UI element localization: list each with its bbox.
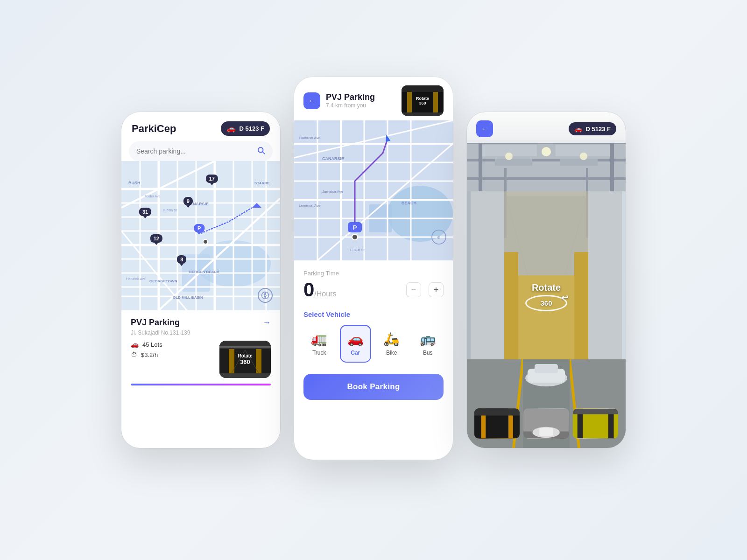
thumb3-svg — [573, 408, 618, 439]
p2-map: CANARSIE Flatbush Ave Jamaica Ave E 81h … — [294, 120, 453, 260]
p2-header: ← PVJ Parking 7.4 km from you Rotate 360 — [294, 77, 453, 120]
app-logo: ParkiCep — [132, 123, 176, 135]
p3-back-arrow-icon: ← — [481, 125, 488, 133]
svg-rect-100 — [574, 252, 588, 359]
compass — [258, 288, 273, 303]
card-arrow-icon[interactable]: → — [262, 318, 271, 328]
svg-text:BUSH: BUSH — [128, 181, 141, 185]
map-pin-parking: P — [194, 224, 204, 232]
svg-rect-94 — [467, 191, 504, 359]
p1-map: Foster Ave E 60th St Flatlands Ave BUSH … — [121, 161, 280, 310]
map-pin-31: 31 — [139, 208, 151, 216]
bike-icon: 🛵 — [383, 331, 400, 347]
time-row: 0/Hours − + — [303, 279, 444, 301]
search-bar[interactable] — [129, 141, 273, 161]
p3-header: ← 🚗 D 5123 F — [467, 112, 626, 143]
parking-time-label: Parking Time — [303, 270, 444, 277]
search-input[interactable] — [136, 147, 253, 155]
thumb1-svg — [474, 408, 520, 439]
lots-icon: 🚗 — [131, 341, 139, 348]
truck-icon: 🚛 — [311, 331, 327, 347]
time-unit: /Hours — [314, 290, 336, 298]
p2-map-svg: CANARSIE Flatbush Ave Jamaica Ave E 81h … — [294, 120, 453, 260]
car-icon: 🚗 — [347, 331, 364, 347]
plate-badge: 🚗 D 5123 F — [221, 121, 270, 136]
svg-point-74 — [352, 234, 358, 240]
back-arrow-icon: ← — [308, 97, 316, 105]
degrees-number: 360 — [540, 299, 552, 307]
svg-text:BEACH: BEACH — [402, 201, 416, 205]
p3-thumb-2[interactable] — [523, 408, 569, 439]
p3-thumbnail-strip — [467, 408, 626, 439]
map-pin-12: 12 — [150, 234, 162, 243]
map-pin-17: 17 — [206, 175, 218, 183]
rotate-label: Rotate — [238, 353, 252, 358]
p3-plate-text: D 5123 F — [586, 126, 611, 133]
parking-name: PVJ Parking — [131, 318, 180, 328]
p3-back-button[interactable]: ← — [476, 120, 493, 137]
garage-360-view[interactable]: Rotate 360 ↩ — [467, 112, 626, 448]
svg-text:Foster Ave: Foster Ave — [145, 195, 160, 198]
map-streets-svg: Foster Ave E 60th St Flatlands Ave BUSH … — [121, 161, 280, 310]
svg-point-106 — [580, 153, 587, 160]
vehicle-car[interactable]: 🚗 Car — [340, 325, 372, 363]
svg-text:STARRE: STARRE — [254, 181, 270, 185]
truck-label: Truck — [312, 350, 326, 356]
search-icon[interactable] — [257, 146, 265, 156]
svg-rect-81 — [467, 177, 626, 180]
plate-text: D 5123 F — [240, 125, 264, 132]
parking-address: Jl. Sukajadi No.131-139 — [131, 329, 271, 336]
svg-rect-84 — [495, 159, 532, 166]
vehicle-bus[interactable]: 🚌 Bus — [412, 325, 444, 363]
decrease-time-button[interactable]: − — [406, 282, 421, 297]
parking-title: PVJ Parking — [326, 92, 396, 102]
book-parking-button[interactable]: Book Parking — [303, 374, 444, 400]
svg-text:Flatbush Ave: Flatbush Ave — [299, 136, 321, 140]
vehicle-truck[interactable]: 🚛 Truck — [303, 325, 335, 363]
rotate-arrow-icon: ↩ — [561, 293, 568, 303]
back-button[interactable]: ← — [303, 92, 320, 109]
rotate-overlay: Rotate 360 — [219, 341, 271, 378]
garage-360-svg — [467, 112, 626, 448]
svg-line-1 — [262, 152, 264, 154]
lots-count: 45 Lots — [142, 341, 162, 348]
parking-thumb[interactable]: Rotate 360 — [402, 85, 444, 116]
vehicle-bike[interactable]: 🛵 Bike — [376, 325, 408, 363]
svg-text:Jamaica Ave: Jamaica Ave — [322, 189, 344, 194]
phones-container: ParkiCep 🚗 D 5123 F — [103, 82, 644, 478]
svg-rect-104 — [535, 364, 558, 373]
p1-parking-card: PVJ Parking → Jl. Sukajadi No.131-139 🚗 … — [121, 310, 280, 391]
current-location-dot — [203, 239, 208, 245]
svg-point-50 — [388, 186, 453, 242]
svg-text:GEORGETOWN: GEORGETOWN — [149, 279, 177, 283]
thumb-rotate-text: Rotate — [416, 96, 429, 101]
p2-body: Parking Time 0/Hours − + Select Vehicle … — [294, 260, 453, 407]
svg-text:E 60th St: E 60th St — [163, 209, 177, 212]
select-vehicle-label: Select Vehicle — [303, 310, 444, 318]
svg-rect-85 — [560, 159, 598, 166]
svg-rect-117 — [539, 428, 553, 436]
p1-header: ParkiCep 🚗 D 5123 F — [121, 112, 280, 141]
svg-text:Lemmon Ave: Lemmon Ave — [299, 203, 321, 208]
svg-rect-96 — [588, 191, 626, 359]
car-label: Car — [351, 350, 360, 356]
thumb-rotate-overlay: Rotate 360 — [402, 85, 444, 116]
progress-bar — [131, 384, 271, 385]
p3-thumb-3[interactable] — [573, 408, 618, 439]
svg-text:BERGEN BEACH: BERGEN BEACH — [189, 270, 219, 274]
price-icon: ⏱ — [131, 351, 137, 358]
svg-rect-97 — [622, 191, 626, 359]
degrees-circle: 360 ↩ — [525, 295, 567, 311]
vehicle-selector: 🚛 Truck 🚗 Car 🛵 Bike 🚌 Bus — [303, 325, 444, 363]
svg-text:E 81h St: E 81h St — [350, 248, 365, 252]
svg-text:⊕: ⊕ — [437, 235, 441, 240]
p3-car-icon: 🚗 — [574, 125, 582, 133]
svg-rect-113 — [474, 409, 520, 416]
bus-label: Bus — [423, 350, 433, 356]
svg-point-105 — [505, 153, 513, 160]
increase-time-button[interactable]: + — [429, 282, 444, 297]
p3-thumb-1[interactable] — [474, 408, 520, 439]
parking-thumbnail[interactable]: Rotate 360 — [219, 341, 271, 378]
svg-point-107 — [542, 147, 551, 156]
bike-label: Bike — [386, 350, 397, 356]
